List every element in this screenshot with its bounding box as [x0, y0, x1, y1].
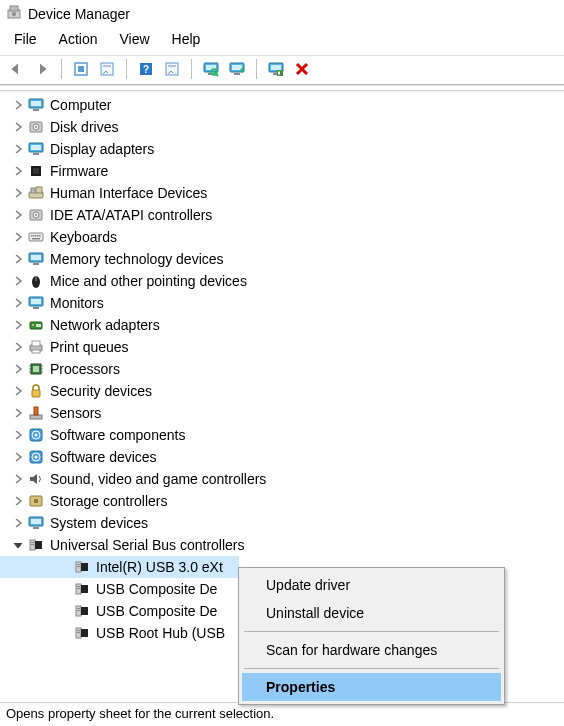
menu-help[interactable]: Help — [162, 29, 211, 49]
ctx-properties[interactable]: Properties — [242, 673, 501, 701]
tree-item[interactable]: Intel(R) USB 3.0 eXt — [0, 556, 239, 578]
tree-item[interactable]: Security devices — [0, 380, 564, 402]
expand-right-icon[interactable] — [10, 317, 26, 333]
tree-item[interactable]: System devices — [0, 512, 564, 534]
scan-hardware-button[interactable] — [199, 57, 223, 81]
back-button[interactable] — [4, 57, 28, 81]
lock-icon — [28, 383, 44, 399]
help-button[interactable] — [134, 57, 158, 81]
tree-item-label: IDE ATA/ATAPI controllers — [50, 207, 212, 223]
tree-item-label: Human Interface Devices — [50, 185, 207, 201]
expand-right-icon[interactable] — [10, 295, 26, 311]
tree-item[interactable]: Mice and other pointing devices — [0, 270, 564, 292]
expand-right-icon[interactable] — [10, 185, 26, 201]
tree-item[interactable]: Storage controllers — [0, 490, 564, 512]
tree-item[interactable]: Firmware — [0, 160, 564, 182]
tree-item[interactable]: Sound, video and game controllers — [0, 468, 564, 490]
expand-right-icon[interactable] — [10, 273, 26, 289]
chip-icon — [28, 163, 44, 179]
expand-right-icon[interactable] — [10, 119, 26, 135]
tree-item[interactable]: Processors — [0, 358, 564, 380]
tree-item-label: Software devices — [50, 449, 157, 465]
tree-item[interactable]: Computer — [0, 94, 564, 116]
separator — [256, 59, 257, 79]
expand-right-icon[interactable] — [10, 383, 26, 399]
expand-right-icon[interactable] — [10, 361, 26, 377]
tree-item-label: Computer — [50, 97, 111, 113]
separator — [244, 631, 499, 632]
menu-file[interactable]: File — [4, 29, 47, 49]
show-hide-console-button[interactable] — [69, 57, 93, 81]
tree-item-label: Storage controllers — [50, 493, 168, 509]
expand-right-icon[interactable] — [10, 427, 26, 443]
usb-icon — [74, 581, 90, 597]
ctx-scan-hardware[interactable]: Scan for hardware changes — [242, 636, 501, 664]
sensor-icon — [28, 405, 44, 421]
forward-button[interactable] — [30, 57, 54, 81]
menu-action[interactable]: Action — [49, 29, 108, 49]
expand-right-icon[interactable] — [10, 163, 26, 179]
expand-right-icon[interactable] — [10, 471, 26, 487]
expand-right-icon[interactable] — [10, 251, 26, 267]
disable-device-button[interactable] — [290, 57, 314, 81]
tree-item[interactable]: Software devices — [0, 446, 564, 468]
expand-right-icon[interactable] — [10, 229, 26, 245]
tree-item-label: System devices — [50, 515, 148, 531]
tree-item[interactable]: Universal Serial Bus controllers — [0, 534, 564, 556]
expand-right-icon[interactable] — [10, 449, 26, 465]
ctx-update-driver[interactable]: Update driver — [242, 571, 501, 599]
keyboard-icon — [28, 229, 44, 245]
expand-right-icon[interactable] — [10, 97, 26, 113]
properties-button[interactable] — [95, 57, 119, 81]
context-menu: Update driver Uninstall device Scan for … — [238, 567, 505, 705]
menu-view[interactable]: View — [109, 29, 159, 49]
tree-item[interactable]: Display adapters — [0, 138, 564, 160]
status-bar: Opens property sheet for the current sel… — [0, 702, 564, 726]
tree-item-label: Print queues — [50, 339, 129, 355]
update-driver-button[interactable] — [225, 57, 249, 81]
tree-item-label: Memory technology devices — [50, 251, 224, 267]
tree-item-label: Firmware — [50, 163, 108, 179]
usb-icon — [74, 625, 90, 641]
tree-item[interactable]: USB Composite De — [0, 578, 239, 600]
expand-right-icon[interactable] — [10, 339, 26, 355]
expand-right-icon[interactable] — [10, 515, 26, 531]
disk-icon — [28, 119, 44, 135]
tree-item-label: Display adapters — [50, 141, 154, 157]
separator — [126, 59, 127, 79]
tree-item[interactable]: USB Composite De — [0, 600, 239, 622]
software-icon — [28, 427, 44, 443]
tree-item[interactable]: Monitors — [0, 292, 564, 314]
expand-right-icon[interactable] — [10, 207, 26, 223]
tree-item-label: USB Composite De — [96, 603, 217, 619]
action-button[interactable] — [160, 57, 184, 81]
tree-item-label: Software components — [50, 427, 185, 443]
uninstall-device-button[interactable] — [264, 57, 288, 81]
monitor-icon — [28, 295, 44, 311]
tree-item-label: Processors — [50, 361, 120, 377]
tree-item[interactable]: IDE ATA/ATAPI controllers — [0, 204, 564, 226]
usb-icon — [74, 603, 90, 619]
tree-item[interactable]: Memory technology devices — [0, 248, 564, 270]
tree-item-label: Intel(R) USB 3.0 eXt — [96, 559, 223, 575]
tree-item[interactable]: Human Interface Devices — [0, 182, 564, 204]
expand-right-icon[interactable] — [10, 493, 26, 509]
expand-down-icon[interactable] — [10, 537, 26, 553]
expand-right-icon[interactable] — [10, 141, 26, 157]
separator — [61, 59, 62, 79]
ctx-uninstall-device[interactable]: Uninstall device — [242, 599, 501, 627]
monitor-icon — [28, 251, 44, 267]
tree-item-label: Keyboards — [50, 229, 117, 245]
tree-item[interactable]: Keyboards — [0, 226, 564, 248]
tree-item[interactable]: Disk drives — [0, 116, 564, 138]
tree-item[interactable]: USB Root Hub (USB — [0, 622, 239, 644]
tree-item[interactable]: Sensors — [0, 402, 564, 424]
tree-item[interactable]: Network adapters — [0, 314, 564, 336]
expand-right-icon[interactable] — [10, 405, 26, 421]
network-icon — [28, 317, 44, 333]
app-icon — [6, 4, 22, 23]
tree-item[interactable]: Software components — [0, 424, 564, 446]
tree-item[interactable]: Print queues — [0, 336, 564, 358]
speaker-icon — [28, 471, 44, 487]
software-icon — [28, 449, 44, 465]
